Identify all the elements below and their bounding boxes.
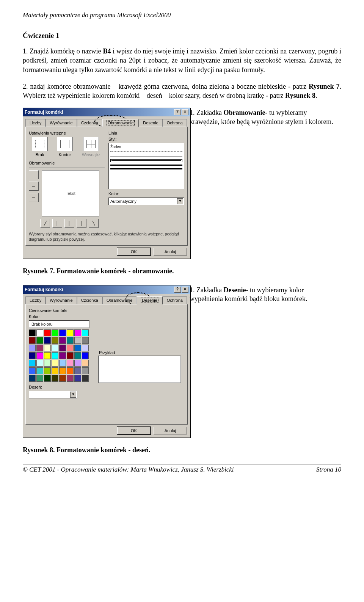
border-preview[interactable]: Tekst <box>42 170 99 216</box>
style-thin-gray[interactable] <box>110 154 182 154</box>
border-diag2-btn[interactable]: ╲ <box>89 219 99 228</box>
color-swatch[interactable] <box>44 367 51 374</box>
color-swatch[interactable] <box>29 367 36 374</box>
cancel-button[interactable]: Anuluj <box>154 248 187 256</box>
color-swatch[interactable] <box>74 329 81 336</box>
color-swatch[interactable] <box>29 375 36 382</box>
color-swatch[interactable] <box>74 345 81 351</box>
close-button-2[interactable]: × <box>182 287 188 293</box>
color-swatch[interactable] <box>36 375 43 382</box>
help-button-2[interactable]: ? <box>174 287 181 293</box>
color-swatch[interactable] <box>59 337 66 344</box>
color-swatch[interactable] <box>74 367 81 374</box>
ok-button-2[interactable]: OK <box>117 427 151 434</box>
color-swatch[interactable] <box>52 337 58 344</box>
color-swatch[interactable] <box>44 329 51 336</box>
color-swatch[interactable] <box>44 337 51 344</box>
color-swatch[interactable] <box>82 367 89 374</box>
color-swatch[interactable] <box>59 352 66 359</box>
color-swatch[interactable] <box>29 352 36 359</box>
color-swatch[interactable] <box>36 337 43 344</box>
color-swatch[interactable] <box>52 352 58 359</box>
color-swatch[interactable] <box>59 360 66 367</box>
color-swatch[interactable] <box>82 360 89 367</box>
color-swatch[interactable] <box>29 337 36 344</box>
color-palette[interactable] <box>29 329 89 382</box>
color-swatch[interactable] <box>29 329 36 336</box>
color-swatch[interactable] <box>44 345 51 351</box>
color-swatch[interactable] <box>36 345 43 351</box>
color-swatch[interactable] <box>52 375 58 382</box>
preset-inside[interactable]: Wewnątrz <box>82 137 100 157</box>
color-swatch[interactable] <box>59 329 66 336</box>
ok-button[interactable]: OK <box>117 248 151 256</box>
style-dotted[interactable] <box>110 151 182 152</box>
cancel-button-2[interactable]: Anuluj <box>154 427 187 434</box>
color-swatch[interactable] <box>59 367 66 374</box>
style-selected[interactable] <box>110 159 182 162</box>
preset-outline[interactable]: Kontur <box>57 137 73 157</box>
color-swatch[interactable] <box>67 352 74 359</box>
tab-wyrownanie[interactable]: Wyrównanie <box>46 119 77 127</box>
color-swatch[interactable] <box>82 337 89 344</box>
border-top-btn[interactable]: ─ <box>29 170 39 179</box>
color-swatch[interactable] <box>82 345 89 351</box>
border-bot-btn[interactable]: ─ <box>29 193 39 202</box>
close-button[interactable]: × <box>182 109 188 115</box>
style-double[interactable] <box>110 172 182 173</box>
color-swatch[interactable] <box>67 375 74 382</box>
color-swatch[interactable] <box>74 360 81 367</box>
color-swatch[interactable] <box>36 352 43 359</box>
color-swatch[interactable] <box>67 337 74 344</box>
tab-liczby[interactable]: Liczby <box>25 119 46 127</box>
tab-desenie[interactable]: Desenie <box>139 119 162 127</box>
pattern-combo[interactable]: ▼ <box>29 391 77 398</box>
tab-czcionka[interactable]: Czcionka <box>77 119 102 127</box>
tab2-czcionka[interactable]: Czcionka <box>77 296 102 304</box>
border-vmid-btn[interactable]: │ <box>64 219 74 228</box>
color-swatch[interactable] <box>67 329 74 336</box>
color-swatch[interactable] <box>82 375 89 382</box>
style-xthick[interactable] <box>110 168 182 169</box>
color-swatch[interactable] <box>52 360 58 367</box>
color-swatch[interactable] <box>44 352 51 359</box>
border-mid-btn[interactable]: ─ <box>29 182 39 191</box>
tab2-liczby[interactable]: Liczby <box>25 296 46 304</box>
help-button[interactable]: ? <box>174 109 181 115</box>
color-swatch[interactable] <box>74 352 81 359</box>
color-swatch[interactable] <box>52 329 58 336</box>
color-swatch[interactable] <box>36 360 43 367</box>
color-swatch[interactable] <box>36 367 43 374</box>
color-swatch[interactable] <box>29 360 36 367</box>
tab2-ochrona[interactable]: Ochrona <box>163 296 187 304</box>
border-right-btn[interactable]: │ <box>77 219 86 228</box>
color-swatch[interactable] <box>74 337 81 344</box>
color-swatch[interactable] <box>44 375 51 382</box>
preset-none[interactable]: Brak <box>32 137 48 157</box>
color-swatch[interactable] <box>44 360 51 367</box>
no-color-field[interactable]: Brak koloru <box>29 320 89 328</box>
style-thin[interactable] <box>110 157 182 157</box>
color-swatch[interactable] <box>74 375 81 382</box>
line-style-list[interactable]: Żaden <box>108 143 184 189</box>
tab2-wyrownanie[interactable]: Wyrównanie <box>46 296 77 304</box>
color-swatch[interactable] <box>82 329 89 336</box>
color-combo[interactable]: Automatyczny ▼ <box>108 198 184 205</box>
color-swatch[interactable] <box>52 367 58 374</box>
style-none[interactable]: Żaden <box>110 145 182 149</box>
color-swatch[interactable] <box>59 345 66 351</box>
tab-obramowanie[interactable]: Obramowanie <box>102 119 139 127</box>
color-swatch[interactable] <box>36 329 43 336</box>
color-swatch[interactable] <box>82 352 89 359</box>
color-swatch[interactable] <box>52 345 58 351</box>
style-thick[interactable] <box>110 165 182 166</box>
color-swatch[interactable] <box>29 345 36 351</box>
color-swatch[interactable] <box>67 345 74 351</box>
tab-ochrona[interactable]: Ochrona <box>163 119 187 127</box>
tab2-obramowanie[interactable]: Obramowanie <box>102 296 136 304</box>
border-diag1-btn[interactable]: ╱ <box>40 219 50 228</box>
border-left-btn[interactable]: │ <box>52 219 62 228</box>
color-swatch[interactable] <box>59 375 66 382</box>
color-swatch[interactable] <box>67 360 74 367</box>
color-swatch[interactable] <box>67 367 74 374</box>
